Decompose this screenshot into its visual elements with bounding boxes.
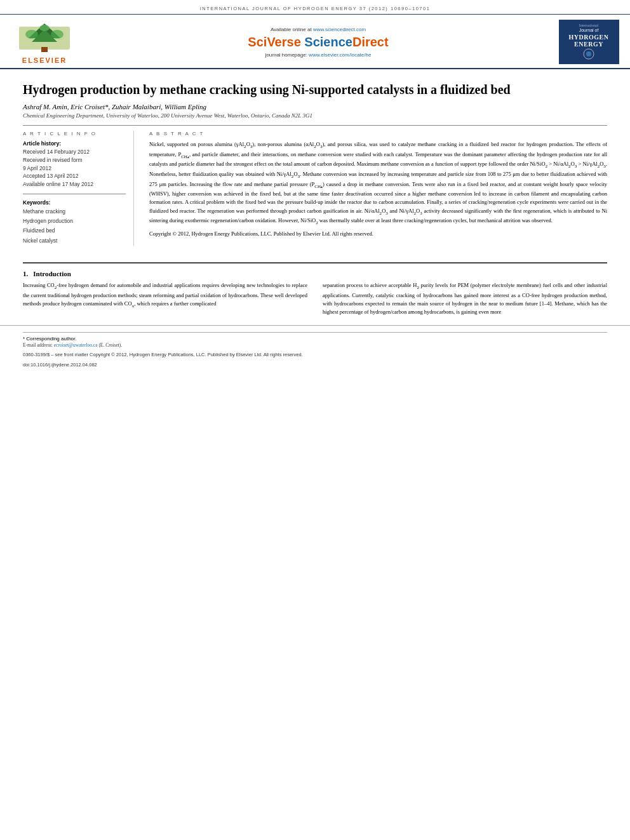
corresponding-author-mark: * Corresponding author. — [23, 336, 607, 342]
divider-keywords — [23, 194, 126, 194]
journal-homepage-link[interactable]: www.elsevier.com/locate/he — [309, 52, 371, 58]
svg-point-6 — [39, 25, 50, 31]
keyword-4: Nickel catalyst — [23, 236, 126, 246]
elsevier-logo-box: ELSEVIER — [6, 20, 83, 64]
email-link[interactable]: ecroiset@uwaterloo.ca — [54, 342, 98, 348]
h-logo-decoration — [579, 48, 598, 60]
footer-doi: doi:10.1016/j.ijhydene.2012.04.082 — [23, 361, 607, 368]
introduction-right-text: separation process to achieve acceptable… — [323, 281, 607, 316]
sciverse-word: SciVerse — [248, 35, 304, 49]
footer-divider — [23, 332, 607, 333]
body-content: 1.Introduction Increasing CO2-free hydro… — [0, 270, 630, 316]
sciverse-box: Available online at www.sciencedirect.co… — [88, 20, 549, 64]
article-title: Hydrogen production by methane cracking … — [23, 82, 607, 98]
history-label: Article history: — [23, 140, 126, 147]
journal-top-bar: INTERNATIONAL JOURNAL OF HYDROGEN ENERGY… — [0, 4, 630, 15]
svg-rect-1 — [41, 47, 48, 52]
elsevier-tree-icon — [16, 20, 73, 55]
accepted-date: Accepted 13 April 2012 — [23, 172, 126, 180]
sciverse-title: SciVerse ScienceDirect — [248, 35, 388, 50]
svg-point-5 — [51, 30, 64, 39]
journal-homepage-text: journal homepage: www.elsevier.com/locat… — [265, 52, 372, 58]
online-date: Available online 17 May 2012 — [23, 180, 126, 189]
article-info-section: A R T I C L E I N F O Article history: R… — [23, 131, 134, 246]
abstract-text: Nickel, supported on porous alumina (γAl… — [149, 140, 607, 227]
hydrogen-energy-logo: International Journal of HYDROGENENERGY — [559, 20, 619, 64]
email-footnote: E-mail address: ecroiset@uwaterloo.ca (E… — [23, 342, 607, 349]
abstract-section: A B S T R A C T Nickel, supported on por… — [149, 131, 607, 246]
body-right-col: separation process to achieve acceptable… — [323, 270, 607, 316]
authors: Ashraf M. Amin, Eric Croiset*, Zuhair Ma… — [23, 103, 607, 110]
section-divider — [23, 262, 607, 263]
section-number: 1. — [23, 270, 28, 277]
hydrogen-logo-box: International Journal of HYDROGENENERGY — [554, 20, 624, 64]
direct-word: Direct — [352, 35, 389, 49]
footer-copyright: 0360-3199/$ – see front matter Copyright… — [23, 351, 607, 358]
keyword-2: Hydrogen production — [23, 217, 126, 226]
abstract-heading: A B S T R A C T — [149, 131, 607, 137]
copyright-text: Copyright © 2012, Hydrogen Energy Public… — [149, 230, 607, 237]
article-info-abstract: A R T I C L E I N F O Article history: R… — [23, 131, 607, 246]
keywords-list: Methane cracking Hydrogen production Flu… — [23, 207, 126, 246]
revised-label: Received in revised form — [23, 156, 126, 164]
h-logo-journal: Journal of — [579, 27, 599, 33]
sciencedirect-word: Science — [304, 35, 352, 49]
svg-point-8 — [586, 51, 591, 57]
elsevier-label: ELSEVIER — [22, 57, 67, 64]
section-title-text: Introduction — [33, 270, 71, 277]
keyword-1: Methane cracking — [23, 207, 126, 217]
available-online-text: Available online at www.sciencedirect.co… — [271, 27, 366, 32]
h-logo-title: HYDROGENENERGY — [569, 34, 609, 48]
page-footer: * Corresponding author. E-mail address: … — [0, 325, 630, 372]
article-info-heading: A R T I C L E I N F O — [23, 131, 126, 137]
keyword-3: Fluidized bed — [23, 226, 126, 236]
body-left-col: 1.Introduction Increasing CO2-free hydro… — [23, 270, 307, 316]
journal-header: INTERNATIONAL JOURNAL OF HYDROGEN ENERGY… — [0, 0, 630, 69]
svg-point-4 — [25, 30, 38, 39]
main-content: Hydrogen production by methane cracking … — [0, 69, 630, 256]
introduction-title: 1.Introduction — [23, 270, 307, 277]
introduction-left-text: Increasing CO2-free hydrogen demand for … — [23, 281, 307, 309]
keywords-label: Keywords: — [23, 199, 126, 206]
divider-1 — [23, 125, 607, 126]
revised-date: 9 April 2012 — [23, 164, 126, 173]
sciencedirect-link[interactable]: www.sciencedirect.com — [313, 27, 366, 32]
received-date: Received 14 February 2012 — [23, 148, 126, 156]
affiliation: Chemical Engineering Department, Univers… — [23, 112, 607, 119]
